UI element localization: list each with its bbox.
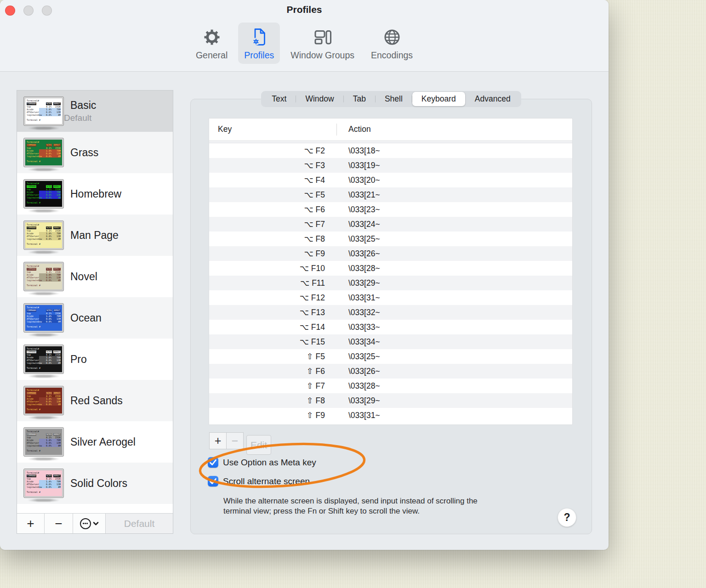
thumb-text: Terminal# (27, 430, 61, 433)
toolbar-label: General (196, 50, 228, 60)
profile-name-block: BasicDefault (64, 99, 96, 123)
profile-thumbnail: Terminal#COMMAND%CPURPRVTtop4.1%231KXcod… (23, 303, 64, 333)
key-table-row[interactable]: ⇧ F9\033[31~ (209, 408, 572, 423)
thumb-text: loginwindow (27, 155, 42, 158)
key-cell: ⌥ F13 (209, 308, 336, 317)
profile-row-basic[interactable]: Terminal#COMMAND%CPURPRVTtop4.1%231KXcod… (17, 90, 173, 132)
thumb-text: Terminal# (27, 99, 61, 102)
profile-thumbnail: Terminal#COMMAND%CPURPRVTtop4.1%231KXcod… (23, 96, 64, 126)
profile-thumbnail: Terminal#COMMAND%CPURPRVTtop4.1%231KXcod… (23, 469, 64, 498)
key-cell: ⇧ F5 (209, 352, 336, 362)
thumb-text: 0.0% (42, 486, 51, 488)
key-table-row[interactable]: ⌥ F12\033[31~ (209, 290, 572, 305)
key-table-row[interactable]: ⌥ F9\033[26~ (209, 246, 572, 261)
alternate-screen-description: While the alternate screen is displayed,… (223, 496, 536, 516)
description-line: terminal view; press the Fn or Shift key… (223, 506, 536, 516)
key-cell: ⌥ F5 (209, 190, 336, 200)
key-table-row[interactable]: ⌥ F7\033[24~ (209, 217, 572, 232)
profile-name: Silver Aerogel (70, 436, 136, 448)
default-button[interactable]: Default (106, 514, 173, 533)
thumb-text: Terminal # (27, 367, 61, 369)
scroll-alternate-screen-checkbox[interactable] (208, 476, 218, 486)
toolbar-item-profiles[interactable]: Profiles (238, 23, 280, 64)
thumb-text: Terminal # (27, 449, 61, 452)
tab-text[interactable]: Text (262, 92, 296, 106)
thumbnail-screen: Terminal#COMMAND%CPURPRVTtop4.1%231KXcod… (25, 305, 62, 331)
key-table-row[interactable]: ⇧ F6\033[26~ (209, 364, 572, 379)
thumb-row: loginwindow0.0%4M (27, 155, 61, 158)
profile-row-silver-aerogel[interactable]: Terminal#COMMAND%CPURPRVTtop4.1%231KXcod… (17, 421, 173, 463)
profile-row-red-sands[interactable]: Terminal#COMMAND%CPURPRVTtop4.1%231KXcod… (17, 380, 173, 421)
key-table-row[interactable]: ⌥ F4\033[20~ (209, 173, 572, 187)
action-cell: \033[26~ (336, 367, 380, 376)
tab-keyboard[interactable]: Keyboard (412, 92, 465, 106)
chevron-down-icon (93, 521, 99, 526)
thumb-text: 4M (51, 196, 61, 199)
tab-tab[interactable]: Tab (344, 92, 375, 106)
key-table-row[interactable]: ⌥ F3\033[19~ (209, 158, 572, 173)
key-table-row[interactable]: ⌥ F6\033[23~ (209, 202, 572, 217)
profile-thumbnail: Terminal#COMMAND%CPURPRVTtop4.1%231KXcod… (23, 345, 64, 374)
window-title: Profiles (0, 4, 609, 15)
ellipsis-circle-icon (80, 518, 91, 529)
key-table-row[interactable]: ⌥ F14\033[33~ (209, 320, 572, 334)
checkbox-label: Scroll alternate screen (223, 476, 310, 486)
key-table-row[interactable]: ⇧ F5\033[25~ (209, 349, 572, 364)
key-table-row[interactable]: ⇧ F8\033[29~ (209, 393, 572, 408)
profile-thumbnail: Terminal#COMMAND%CPURPRVTtop4.1%231KXcod… (23, 138, 64, 167)
add-key-button[interactable]: + (209, 432, 227, 449)
profile-row-homebrew[interactable]: Terminal#COMMAND%CPURPRVTtop4.1%231KXcod… (17, 173, 173, 215)
toolbar-item-general[interactable]: General (190, 23, 233, 64)
thumbnail-screen: Terminal#COMMAND%CPURPRVTtop4.1%231KXcod… (25, 346, 62, 372)
help-button[interactable]: ? (558, 508, 576, 527)
use-option-as-meta-checkbox[interactable] (208, 457, 218, 468)
profile-row-grass[interactable]: Terminal#COMMAND%CPURPRVTtop4.1%231KXcod… (17, 132, 173, 173)
tab-advanced[interactable]: Advanced (466, 92, 520, 106)
thumb-text: 0.0% (42, 237, 51, 240)
thumbnail-screen: Terminal#COMMAND%CPURPRVTtop4.1%231KXcod… (25, 264, 62, 289)
key-table-row[interactable]: ⌥ F10\033[28~ (209, 261, 572, 276)
thumb-row: loginwindow0.0%4M (27, 279, 61, 282)
key-table-row[interactable]: ⌥ F13\033[32~ (209, 305, 572, 320)
profile-row-solid-colors[interactable]: Terminal#COMMAND%CPURPRVTtop4.1%231KXcod… (17, 463, 173, 504)
key-cell: ⌥ F8 (209, 234, 336, 244)
more-options-button[interactable] (73, 514, 106, 533)
profile-name: Pro (70, 353, 87, 366)
profile-thumbnail: Terminal#COMMAND%CPURPRVTtop4.1%231KXcod… (23, 427, 64, 457)
thumb-text: loginwindow (27, 486, 42, 488)
profile-name: Red Sands (70, 395, 123, 407)
toolbar-item-encodings[interactable]: Encodings (365, 23, 419, 64)
profile-row-ocean[interactable]: Terminal#COMMAND%CPURPRVTtop4.1%231KXcod… (17, 297, 173, 339)
column-header-action[interactable]: Action (336, 124, 371, 134)
key-table-row[interactable]: ⌥ F2\033[18~ (209, 143, 572, 158)
key-table-row[interactable]: ⌥ F5\033[21~ (209, 187, 572, 202)
profiles-sidebar: Terminal#COMMAND%CPURPRVTtop4.1%231KXcod… (17, 90, 173, 534)
toolbar-item-window-groups[interactable]: Window Groups (285, 23, 360, 64)
key-table-row[interactable]: ⌥ F8\033[25~ (209, 232, 572, 246)
tab-shell[interactable]: Shell (376, 92, 412, 106)
key-cell: ⇧ F9 (209, 411, 336, 420)
profile-row-man-page[interactable]: Terminal#COMMAND%CPURPRVTtop4.1%231KXcod… (17, 215, 173, 256)
profile-row-novel[interactable]: Terminal#COMMAND%CPURPRVTtop4.1%231KXcod… (17, 256, 173, 297)
thumb-row: loginwindow0.0%4M (27, 444, 61, 447)
add-profile-button[interactable]: + (17, 514, 45, 533)
column-separator[interactable] (336, 124, 337, 136)
action-cell: \033[31~ (336, 293, 380, 303)
key-table-row[interactable]: ⌥ F11\033[29~ (209, 276, 572, 290)
remove-profile-button[interactable]: − (45, 514, 73, 533)
profile-row-pro[interactable]: Terminal#COMMAND%CPURPRVTtop4.1%231KXcod… (17, 339, 173, 380)
profile-name: Grass (70, 147, 98, 159)
tab-window[interactable]: Window (296, 92, 343, 106)
column-header-key[interactable]: Key (209, 124, 336, 134)
key-table-row[interactable]: ⇧ F7\033[28~ (209, 379, 572, 393)
action-cell: \033[23~ (336, 205, 380, 215)
key-cell: ⌥ F4 (209, 175, 336, 185)
key-table-row[interactable]: ⌥ F15\033[34~ (209, 334, 572, 349)
key-cell: ⌥ F3 (209, 161, 336, 170)
action-cell: \033[20~ (336, 175, 380, 185)
profile-name-block: Solid Colors (64, 477, 127, 490)
thumb-row: loginwindow0.0%4M (27, 196, 61, 199)
thumb-text: loginwindow (27, 444, 42, 447)
thumb-text: 4M (51, 362, 61, 364)
thumb-row: loginwindow0.0%4M (27, 237, 61, 240)
